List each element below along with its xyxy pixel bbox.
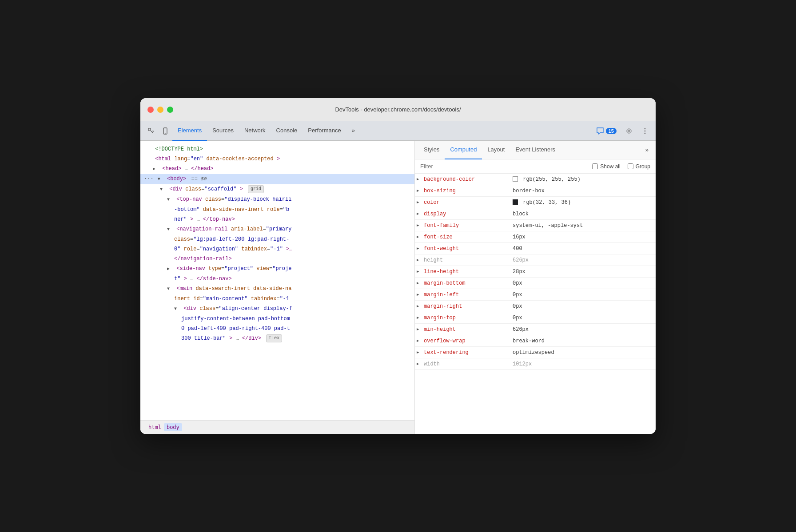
prop-expand-arrow[interactable] [417,177,424,182]
devtools-window: DevTools - developer.chrome.com/docs/dev… [140,98,656,434]
prop-text-rendering[interactable]: text-rendering optimizespeed [415,347,656,358]
prop-expand-arrow[interactable] [417,315,424,320]
prop-background-color[interactable]: background-color rgb(255, 255, 255) [415,174,656,185]
breadcrumb: html body [140,420,414,434]
prop-margin-bottom[interactable]: margin-bottom 0px [415,278,656,289]
notification-badge: 15 [606,128,617,134]
tree-navrail-3: 0" role="navigation" tabindex="-1" >… [140,244,414,254]
inspector-icon[interactable] [144,124,158,138]
tree-body[interactable]: ··· <body> == $0 [140,174,414,184]
tree-main-1[interactable]: <main data-search-inert data-side-na [140,284,414,294]
tab-event-listeners[interactable]: Event Listeners [510,141,561,159]
right-toolbar: 15 [593,124,652,138]
prop-expand-arrow[interactable] [417,258,424,262]
prop-box-sizing[interactable]: box-sizing border-box [415,185,656,197]
prop-display[interactable]: display block [415,208,656,220]
filter-row: Show all Group [415,159,656,174]
prop-expand-arrow[interactable] [417,269,424,274]
prop-expand-arrow[interactable] [417,281,424,286]
svg-point-2 [628,130,630,132]
maximize-button[interactable] [167,107,173,113]
tree-div-inner-4: 300 title-bar" > … </div> flex [140,333,414,343]
prop-expand-arrow[interactable] [417,246,424,251]
devtools-body: <!DOCTYPE html> <html lang="en" data-coo… [140,141,656,434]
tree-navrail-1[interactable]: <navigation-rail aria-label="primary [140,224,414,234]
tab-network[interactable]: Network [239,121,271,141]
group-label[interactable]: Group [628,163,650,170]
panel-more-tabs[interactable]: » [642,145,652,155]
mobile-icon[interactable] [158,124,172,138]
prop-expand-arrow[interactable] [417,223,424,228]
tree-sidenav-1[interactable]: <side-nav type="project" view="proje [140,264,414,274]
tab-layout[interactable]: Layout [482,141,510,159]
prop-expand-arrow[interactable] [417,200,424,205]
prop-margin-top[interactable]: margin-top 0px [415,312,656,324]
tab-elements[interactable]: Elements [172,121,207,141]
tab-sources[interactable]: Sources [207,121,239,141]
tab-more[interactable]: » [346,121,360,141]
more-options-button[interactable] [638,124,652,138]
computed-list: background-color rgb(255, 255, 255) box-… [415,174,656,434]
tree-div-scaffold[interactable]: <div class="scaffold" > grid [140,184,414,195]
svg-point-4 [645,130,646,131]
minimize-button[interactable] [157,107,163,113]
prop-min-height[interactable]: min-height 626px [415,324,656,335]
svg-point-3 [645,128,646,129]
tree-main-2: inert id="main-content" tabindex="-1 [140,294,414,304]
prop-height[interactable]: height 626px [415,254,656,266]
show-all-checkbox[interactable] [592,163,598,169]
show-all-label[interactable]: Show all [592,163,620,170]
tree-navrail-2: class="lg:pad-left-200 lg:pad-right- [140,234,414,244]
notifications-button[interactable]: 15 [593,125,620,137]
close-button[interactable] [147,107,154,113]
prop-expand-arrow[interactable] [417,211,424,216]
tree-div-inner-3: 0 pad-left-400 pad-right-400 pad-t [140,324,414,333]
tree-topnav-3: ner" > … </top-nav> [140,214,414,224]
tree-topnav-1[interactable]: <top-nav class="display-block hairli [140,195,414,205]
prop-expand-arrow[interactable] [417,350,424,355]
breadcrumb-html[interactable]: html [146,423,164,431]
prop-expand-arrow[interactable] [417,292,424,297]
tree-doctype[interactable]: <!DOCTYPE html> [140,144,414,154]
tab-styles[interactable]: Styles [418,141,445,159]
prop-font-size[interactable]: font-size 16px [415,231,656,243]
tab-console[interactable]: Console [271,121,303,141]
prop-expand-arrow[interactable] [417,327,424,332]
title-bar: DevTools - developer.chrome.com/docs/dev… [140,98,656,121]
tab-computed[interactable]: Computed [445,141,482,159]
computed-panel: Styles Computed Layout Event Listeners » [415,141,656,434]
prop-color[interactable]: color rgb(32, 33, 36) [415,197,656,208]
tree-div-inner-1[interactable]: <div class="align-center display-f [140,304,414,314]
tab-performance[interactable]: Performance [302,121,346,141]
prop-margin-left[interactable]: margin-left 0px [415,289,656,301]
prop-margin-right[interactable]: margin-right 0px [415,301,656,312]
prop-expand-arrow[interactable] [417,234,424,239]
svg-point-1 [165,133,166,134]
prop-expand-arrow[interactable] [417,338,424,343]
prop-expand-arrow[interactable] [417,188,424,193]
prop-font-weight[interactable]: font-weight 400 [415,243,656,254]
tree-sidenav-2: t" > … </side-nav> [140,274,414,284]
tree-topnav-2: -bottom" data-side-nav-inert role="b [140,205,414,214]
prop-line-height[interactable]: line-height 28px [415,266,656,278]
devtools-tab-bar: Elements Sources Network Console Perform… [140,121,656,141]
prop-font-family[interactable]: font-family system-ui, -apple-syst [415,220,656,231]
prop-expand-arrow[interactable] [417,304,424,309]
prop-overflow-wrap[interactable]: overflow-wrap break-word [415,335,656,347]
settings-button[interactable] [622,124,636,138]
traffic-lights [147,107,173,113]
color-swatch [513,176,518,182]
prop-expand-arrow[interactable] [417,361,424,366]
panel-tab-bar: Styles Computed Layout Event Listeners » [415,141,656,159]
group-checkbox[interactable] [628,163,633,169]
prop-width[interactable]: width 1012px [415,358,656,370]
elements-panel: <!DOCTYPE html> <html lang="en" data-coo… [140,141,415,434]
window-title: DevTools - developer.chrome.com/docs/dev… [335,106,461,113]
color-swatch [513,199,518,205]
tree-html[interactable]: <html lang="en" data-cookies-accepted > [140,154,414,164]
filter-input[interactable] [420,163,585,170]
svg-point-5 [645,132,646,134]
breadcrumb-body[interactable]: body [164,423,182,431]
tree-head[interactable]: <head> … </head> [140,164,414,174]
html-tree[interactable]: <!DOCTYPE html> <html lang="en" data-coo… [140,141,414,420]
